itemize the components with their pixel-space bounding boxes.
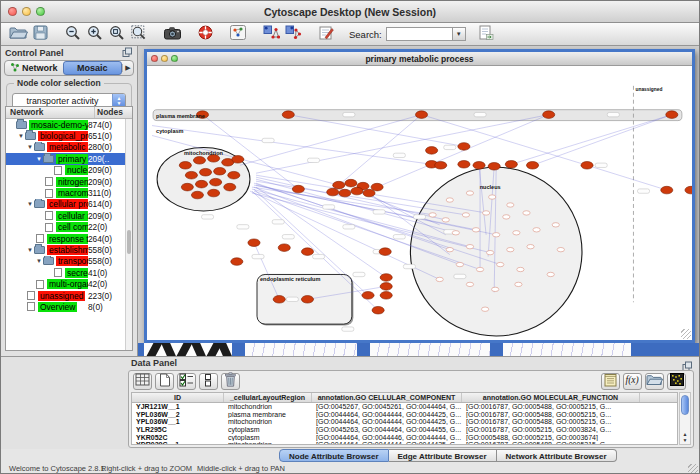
network-node[interactable] [248, 239, 260, 247]
tree-row[interactable]: response to stimul264(0) [6, 233, 125, 244]
network-node[interactable] [472, 228, 479, 232]
layout-1-button[interactable] [260, 24, 282, 44]
network-node[interactable] [547, 272, 554, 276]
expand-arrow-icon[interactable]: ▼ [17, 133, 25, 139]
network-node[interactable] [339, 189, 351, 197]
network-node[interactable] [581, 162, 593, 170]
network-node[interactable] [527, 244, 534, 248]
function-builder-button[interactable]: f(x) [623, 373, 642, 390]
network-node[interactable] [517, 267, 524, 271]
layout-2-button[interactable] [282, 24, 304, 44]
expand-arrow-icon[interactable]: ▼ [26, 144, 34, 150]
tree-row[interactable]: nitrogen compo209(0) [6, 176, 125, 187]
network-node[interactable] [435, 162, 447, 170]
network-node[interactable] [380, 292, 392, 300]
network-node[interactable] [371, 183, 383, 191]
table-scrollbar[interactable]: ▲▼ [679, 392, 691, 445]
tree-row[interactable]: ▼establishment of lo558(0) [6, 244, 125, 255]
import-attributes-button[interactable] [645, 373, 664, 390]
save-session-button[interactable] [29, 24, 51, 44]
network-node[interactable] [661, 186, 673, 194]
zoom-selected-button[interactable] [128, 24, 150, 44]
network-node[interactable] [666, 111, 678, 119]
tree-row[interactable]: ▼cellular process614(0) [6, 199, 125, 210]
network-node[interactable] [487, 250, 494, 254]
background-network-preview[interactable] [370, 343, 490, 356]
search-dropdown-button[interactable]: ▼ [452, 27, 466, 41]
minimize-window-button[interactable] [22, 7, 31, 16]
background-network-preview[interactable] [503, 343, 631, 356]
float-panel-icon[interactable] [122, 47, 133, 60]
network-node[interactable] [493, 233, 500, 237]
network-node[interactable] [489, 195, 496, 199]
background-window-edge[interactable] [357, 343, 370, 356]
network-node[interactable] [466, 191, 473, 195]
tree-row[interactable]: mosaic-demo-yeast874(0) [6, 119, 125, 130]
network-node[interactable] [685, 186, 692, 194]
network-node[interactable] [473, 162, 485, 170]
table-row[interactable]: YJR121W__1mitochondrion[GO:0045267, GO:0… [132, 403, 677, 411]
tree-row[interactable]: multi-organism pro42(0) [6, 278, 125, 289]
zoom-out-button[interactable] [62, 24, 84, 44]
network-node[interactable] [426, 147, 438, 155]
network-node[interactable] [185, 171, 197, 179]
tab-node-attribute-browser[interactable]: Node Attribute Browser [279, 449, 389, 462]
network-node[interactable] [179, 162, 191, 170]
table-scrollbar-arrows[interactable]: ▲▼ [680, 431, 690, 443]
background-window-edge[interactable] [232, 343, 245, 356]
column-header-0[interactable]: ID [132, 393, 224, 402]
table-scrollbar-thumb[interactable] [681, 395, 689, 415]
tree-row[interactable]: ▼biological_process651(0) [6, 130, 125, 141]
expand-arrow-icon[interactable]: ▼ [35, 156, 43, 162]
close-window-button[interactable] [8, 7, 17, 16]
background-network-preview[interactable] [245, 343, 357, 356]
zoom-in-button[interactable] [84, 24, 106, 44]
network-canvas[interactable]: plasma membranecytoplasmmitochondrionnuc… [147, 66, 692, 340]
network-node[interactable] [466, 244, 473, 248]
tree-row[interactable]: ▼transport558(0) [6, 256, 125, 267]
tree-column-nodes[interactable]: Nodes [94, 107, 132, 118]
minimize-view-button[interactable] [161, 55, 168, 62]
close-view-button[interactable] [151, 55, 158, 62]
network-node[interactable] [292, 185, 304, 193]
tree-scrollbar[interactable] [125, 119, 132, 350]
tab-network[interactable]: Network [5, 61, 63, 75]
network-node[interactable] [232, 156, 244, 164]
attribute-grid-button[interactable] [133, 373, 152, 390]
network-node[interactable] [193, 157, 205, 165]
network-node[interactable] [195, 180, 207, 188]
matrix-view-button[interactable] [667, 373, 686, 390]
tree-row[interactable]: cellular metabo209(0) [6, 210, 125, 221]
network-node[interactable] [214, 167, 226, 175]
network-node[interactable] [476, 267, 483, 271]
table-row[interactable]: YPL036W__1mitochondrion[GO:0044464, GO:0… [132, 418, 677, 426]
open-network-button[interactable] [7, 24, 29, 44]
network-overview-button[interactable] [227, 24, 249, 44]
expand-arrow-icon[interactable]: ▼ [26, 201, 34, 207]
network-node[interactable] [379, 248, 391, 256]
network-node[interactable] [224, 183, 236, 191]
annotation-button[interactable] [315, 24, 337, 44]
background-windows-strip[interactable] [138, 343, 699, 356]
network-node[interactable] [210, 178, 222, 186]
network-node[interactable] [543, 111, 555, 119]
network-node[interactable] [301, 248, 313, 256]
table-row[interactable]: YPL036W__2plasma membrane[GO:0044464, GO… [132, 411, 677, 419]
tree-scrollbar-thumb[interactable] [127, 230, 131, 254]
tree-row[interactable]: ▼metabolic process280(0) [6, 142, 125, 153]
tab-edge-attribute-browser[interactable]: Edge Attribute Browser [389, 449, 497, 462]
tab-mosaic[interactable]: Mosaic [63, 61, 123, 75]
network-node[interactable] [452, 231, 459, 235]
network-node[interactable] [301, 296, 313, 304]
search-input[interactable] [386, 27, 452, 41]
network-node[interactable] [436, 277, 443, 281]
column-header-1[interactable]: _cellularLayoutRegion [224, 393, 312, 402]
view-resize-grip[interactable] [681, 329, 691, 339]
network-node[interactable] [497, 262, 504, 266]
network-node[interactable] [362, 292, 374, 300]
network-node[interactable] [557, 247, 564, 251]
network-node[interactable] [458, 143, 470, 151]
column-header-3[interactable]: annotation.GO MOLECULAR_FUNCTION [462, 393, 640, 402]
app-resize-grip[interactable] [688, 464, 698, 474]
select-attributes-button[interactable] [177, 373, 196, 390]
